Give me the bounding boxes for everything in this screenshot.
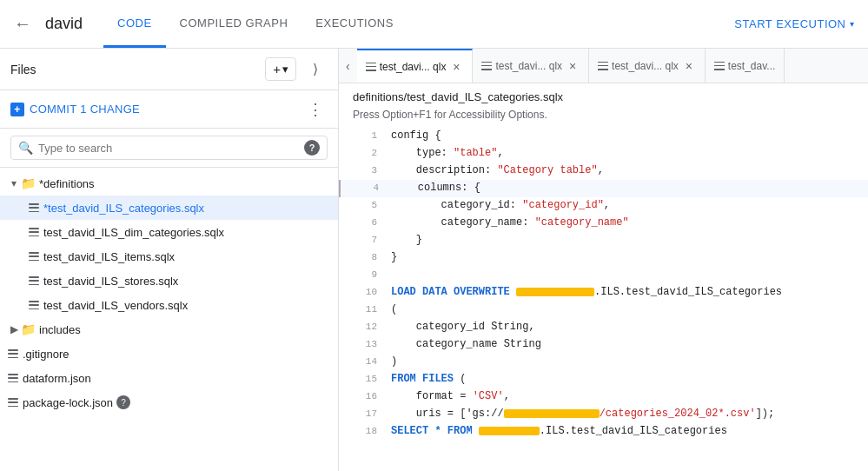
- code-line: 6 category_name: "category_name": [339, 215, 868, 232]
- editor-tabs: ‹ test_davi... qlx × test_davi... qlx ×: [339, 49, 868, 83]
- sidebar: Files + ▾ ⟩ + COMMIT 1 CHANGE ⋮ 🔍: [0, 49, 339, 471]
- tab-compiled-graph[interactable]: COMPILED GRAPH: [166, 0, 302, 48]
- sidebar-header: Files + ▾ ⟩: [0, 49, 338, 90]
- tab-name: test_davi... qlx: [495, 60, 562, 72]
- code-line: 5 category_id: "category_id",: [339, 197, 868, 215]
- file-icon: [28, 250, 40, 262]
- commit-button[interactable]: + COMMIT 1 CHANGE: [10, 103, 140, 116]
- start-execution-button[interactable]: START EXECUTION ▾: [727, 17, 861, 30]
- top-nav: ← david CODE COMPILED GRAPH EXECUTIONS S…: [0, 0, 868, 49]
- editor-tab-0[interactable]: test_davi... qlx ×: [357, 49, 474, 83]
- code-line: 10 LOAD DATA OVERWRITE .ILS.test_david_I…: [339, 284, 868, 302]
- tree-item-dataform-json[interactable]: dataform.json: [0, 366, 338, 390]
- tree-item-vendors-file[interactable]: test_david_ILS_vendors.sqlx: [0, 293, 338, 317]
- add-chevron-icon: ▾: [282, 63, 288, 76]
- code-line: 4 columns: {: [339, 180, 868, 197]
- editor-area: ‹ test_davi... qlx × test_davi... qlx ×: [339, 49, 868, 471]
- code-line: 7 }: [339, 232, 868, 249]
- tree-item-dim-categories-file[interactable]: test_david_ILS_dim_categories.sqlx: [0, 220, 338, 244]
- code-line: 13 category_name String: [339, 336, 868, 354]
- file-icon: [7, 396, 19, 408]
- tree-item-stores-file[interactable]: test_david_ILS_stores.sqlx: [0, 269, 338, 293]
- collapse-sidebar-button[interactable]: ⟩: [303, 57, 328, 82]
- tab-name: test_davi... qlx: [380, 61, 447, 73]
- code-line: 9: [339, 267, 868, 284]
- commit-bar: + COMMIT 1 CHANGE ⋮: [0, 90, 338, 129]
- tree-item-categories-file[interactable]: *test_david_ILS_categories.sqlx: [0, 196, 338, 220]
- code-line: 11 (: [339, 302, 868, 319]
- file-icon: [7, 348, 19, 360]
- code-line: 1 config {: [339, 128, 868, 145]
- file-name: package-lock.json: [23, 396, 113, 409]
- files-title: Files: [10, 63, 265, 76]
- tree-item-gitignore[interactable]: .gitignore: [0, 342, 338, 366]
- code-line: 2 type: "table",: [339, 145, 868, 163]
- editor-tab-1[interactable]: test_davi... qlx ×: [473, 49, 589, 83]
- file-icon: [28, 275, 40, 287]
- more-icon: ⋮: [308, 100, 323, 119]
- tree-item-includes-folder[interactable]: ▶ 📁 includes: [0, 317, 338, 342]
- code-line: 15 FROM FILES (: [339, 371, 868, 388]
- tab-code[interactable]: CODE: [103, 0, 166, 48]
- back-icon: ←: [14, 14, 31, 34]
- help-icon[interactable]: ?: [304, 140, 320, 156]
- folder-name: *definitions: [39, 177, 95, 190]
- editor-tab-2[interactable]: test_davi... qlx ×: [589, 49, 706, 83]
- code-line: 3 description: "Category table",: [339, 163, 868, 180]
- code-line: 18 SELECT * FROM .ILS.test_david_ILS_cat…: [339, 423, 868, 441]
- add-file-button[interactable]: + ▾: [265, 57, 296, 81]
- tab-name: test_davi... qlx: [612, 60, 679, 72]
- chevron-right-icon: ▶: [7, 323, 21, 335]
- tab-prev-button[interactable]: ‹: [339, 49, 357, 83]
- folder-name: includes: [39, 323, 81, 336]
- file-icon: [28, 226, 40, 238]
- project-name: david: [45, 15, 83, 33]
- tab-executions[interactable]: EXECUTIONS: [301, 0, 407, 48]
- search-container: 🔍 ?: [0, 129, 338, 168]
- folder-icon: 📁: [21, 322, 36, 336]
- file-name: test_david_ILS_dim_categories.sqlx: [43, 226, 224, 239]
- search-input[interactable]: [38, 142, 304, 155]
- file-name: .gitignore: [23, 348, 69, 361]
- file-name: *test_david_ILS_categories.sqlx: [43, 202, 204, 215]
- nav-tabs: CODE COMPILED GRAPH EXECUTIONS: [103, 0, 407, 48]
- tab-file-icon: [366, 62, 376, 72]
- code-line: 8 }: [339, 249, 868, 267]
- code-editor[interactable]: 1 config { 2 type: "table", 3 descriptio…: [339, 128, 868, 471]
- tree-item-items-file[interactable]: test_david_ILS_items.sqlx: [0, 244, 338, 269]
- editor-tab-3[interactable]: test_dav...: [706, 49, 785, 83]
- file-icon: [28, 202, 40, 214]
- help-badge-icon: ?: [116, 395, 130, 409]
- chevron-down-icon: ▾: [850, 19, 855, 29]
- file-tree: ▾ 📁 *definitions *test_david_ILS_categor…: [0, 168, 338, 471]
- back-button[interactable]: ←: [7, 9, 38, 40]
- code-line: 14 ): [339, 354, 868, 371]
- plus-icon: +: [273, 62, 281, 76]
- tab-close-button[interactable]: ×: [449, 60, 463, 74]
- search-input-wrap: 🔍 ?: [10, 136, 328, 160]
- main-layout: Files + ▾ ⟩ + COMMIT 1 CHANGE ⋮ 🔍: [0, 49, 868, 471]
- tree-item-definitions-folder[interactable]: ▾ 📁 *definitions: [0, 171, 338, 196]
- tab-close-button[interactable]: ×: [682, 59, 696, 73]
- chevron-down-icon: ▾: [7, 177, 21, 189]
- folder-icon: 📁: [21, 176, 36, 190]
- file-name: dataform.json: [23, 372, 91, 385]
- tab-name: test_dav...: [728, 60, 775, 72]
- tab-file-icon: [714, 61, 725, 71]
- code-line: 12 category_id String,: [339, 319, 868, 336]
- file-icon: [28, 299, 40, 311]
- tab-close-button[interactable]: ×: [566, 59, 580, 73]
- file-name: test_david_ILS_vendors.sqlx: [43, 299, 188, 312]
- tab-file-icon: [481, 61, 492, 71]
- file-name: test_david_ILS_stores.sqlx: [43, 275, 178, 288]
- search-icon: 🔍: [18, 141, 33, 155]
- collapse-icon: ⟩: [313, 61, 318, 77]
- file-name: test_david_ILS_items.sqlx: [43, 250, 175, 263]
- code-line: 17 uris = ['gs:///categories_2024_02*.cs…: [339, 406, 868, 423]
- more-options-button[interactable]: ⋮: [303, 97, 328, 122]
- plus-square-icon: +: [10, 103, 24, 116]
- accessibility-hint: Press Option+F1 for Accessibility Option…: [339, 107, 868, 128]
- breadcrumb: definitions/test_david_ILS_categories.sq…: [339, 83, 868, 107]
- code-line: 16 format = 'CSV',: [339, 388, 868, 406]
- tree-item-package-lock[interactable]: package-lock.json ?: [0, 390, 338, 415]
